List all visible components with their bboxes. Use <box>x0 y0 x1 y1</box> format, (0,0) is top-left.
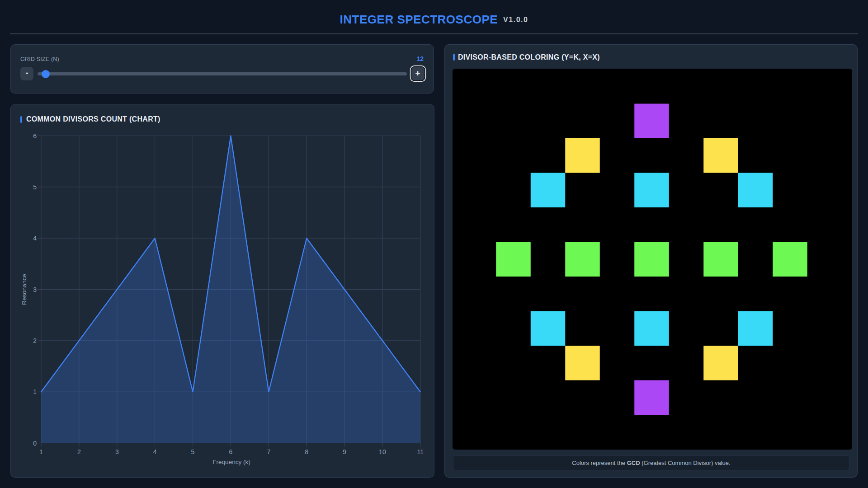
svg-text:5: 5 <box>191 448 195 455</box>
svg-text:3: 3 <box>115 448 119 455</box>
svg-text:Resonance: Resonance <box>21 274 28 305</box>
svg-text:3: 3 <box>33 286 37 293</box>
svg-text:6: 6 <box>33 132 37 140</box>
svg-text:0: 0 <box>33 440 37 447</box>
svg-text:4: 4 <box>153 448 157 455</box>
svg-text:2: 2 <box>33 337 37 344</box>
svg-text:1: 1 <box>39 448 43 455</box>
svg-text:4: 4 <box>33 235 37 242</box>
svg-text:1: 1 <box>33 388 37 395</box>
svg-text:9: 9 <box>343 448 346 455</box>
svg-text:10: 10 <box>379 448 386 455</box>
svg-text:8: 8 <box>305 448 308 455</box>
svg-text:2: 2 <box>77 448 81 455</box>
svg-text:5: 5 <box>33 183 37 191</box>
svg-text:6: 6 <box>229 448 233 455</box>
svg-text:7: 7 <box>267 448 270 455</box>
svg-text:11: 11 <box>417 448 424 455</box>
svg-text:Frequency (k): Frequency (k) <box>212 459 250 465</box>
